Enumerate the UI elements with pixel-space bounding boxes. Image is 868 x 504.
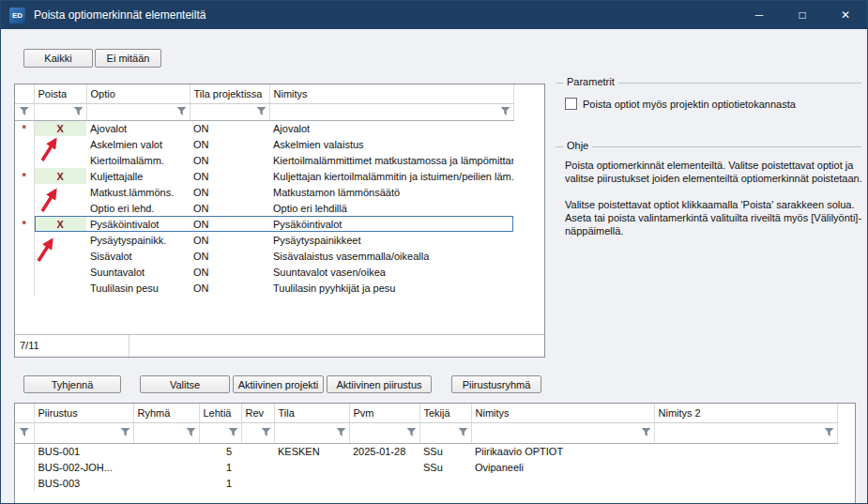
lehtia-cell[interactable]: 1 [199, 475, 241, 491]
nimitys-cell[interactable]: Pysäytyspainikkeet [269, 232, 513, 248]
tekija-cell[interactable]: SSu [419, 459, 471, 475]
maximize-button[interactable]: □ [781, 1, 824, 29]
tila-cell[interactable]: ON [190, 136, 269, 152]
options-row[interactable]: Kiertoilmalämm. ON Kiertoilmalämmittimet… [15, 152, 513, 168]
nimitys2-cell[interactable] [654, 459, 837, 475]
piirustus-cell[interactable]: BUS-003 [34, 475, 133, 491]
active-drawing-button[interactable]: Aktiivinen piirustus [327, 375, 432, 393]
nimitys-cell[interactable]: Optio eri lehdillä [269, 200, 513, 216]
optio-cell[interactable]: Pysäköintivalot [86, 216, 190, 232]
ryhma-cell[interactable] [133, 475, 199, 491]
options-row[interactable]: Tuulilasin pesu ON Tuulilasin pyyhkijät … [15, 280, 513, 296]
tekija-cell[interactable] [419, 475, 471, 491]
column-header-tekija[interactable]: Tekijä [419, 404, 471, 422]
column-header-nimitys[interactable]: Nimitys [269, 84, 513, 103]
column-header-rev[interactable]: Rev [241, 404, 274, 422]
filter-funnel-icon[interactable] [177, 107, 187, 115]
filter-funnel-icon[interactable] [825, 428, 834, 436]
options-row[interactable]: Matkust.lämmöns. ON Matkustamon lämmönsä… [15, 184, 513, 200]
optio-cell[interactable]: Askelmien valot [86, 136, 190, 152]
row-marker-cell[interactable]: * [15, 216, 34, 232]
pvm-cell[interactable] [349, 459, 419, 475]
filter-cell[interactable] [34, 422, 133, 443]
poista-cell[interactable] [34, 264, 86, 280]
filter-funnel-icon[interactable] [262, 428, 271, 436]
filter-cell[interactable] [419, 422, 471, 443]
column-header-optio[interactable]: Optio [86, 84, 190, 103]
options-row[interactable]: * X Kuljettajalle ON Kuljettajan kiertoi… [15, 168, 513, 184]
row-marker-cell[interactable]: * [15, 168, 34, 184]
poista-cell[interactable]: X [34, 216, 86, 232]
rev-cell[interactable] [241, 443, 274, 459]
filter-cell[interactable] [199, 422, 241, 443]
options-row[interactable]: Suuntavalot ON Suuntavalot vasen/oikea [15, 264, 513, 280]
row-marker-cell[interactable] [15, 459, 34, 475]
filter-funnel-icon[interactable] [229, 428, 238, 436]
tila-cell[interactable]: ON [190, 232, 269, 248]
tila-cell[interactable]: ON [190, 264, 269, 280]
minimize-button[interactable]: ─ [738, 1, 781, 29]
filter-cell[interactable] [654, 422, 837, 443]
rev-cell[interactable] [241, 475, 274, 491]
poista-cell[interactable] [34, 280, 86, 296]
poista-cell[interactable] [34, 184, 86, 200]
optio-cell[interactable]: Sisävalot [86, 248, 190, 264]
filter-funnel-icon[interactable] [121, 428, 130, 436]
filter-cell[interactable] [241, 422, 274, 443]
drawing-row[interactable]: BUS-001 5 KESKEN 2025-01-28 SSu Piirikaa… [15, 443, 837, 459]
options-row[interactable]: Askelmien valot ON Askelmien valaistus [15, 136, 513, 152]
tila-cell[interactable]: ON [190, 280, 269, 296]
tila-cell[interactable] [274, 475, 349, 491]
poista-cell[interactable] [34, 152, 86, 168]
select-none-button[interactable]: Ei mitään [95, 49, 161, 68]
nimitys-cell[interactable]: Piirikaavio OPTIOT [471, 443, 654, 459]
options-row[interactable]: Optio eri lehd. ON Optio eri lehdillä [15, 200, 513, 216]
filter-cell[interactable] [274, 422, 349, 443]
poista-cell[interactable] [34, 232, 86, 248]
filter-funnel-icon[interactable] [501, 107, 510, 115]
corner-header[interactable] [15, 84, 34, 103]
nimitys-cell[interactable]: Pysäköintivalot [269, 216, 513, 232]
nimitys-cell[interactable]: Sisävalaistus vasemmalla/oikealla [269, 248, 513, 264]
row-marker-cell[interactable] [15, 152, 34, 168]
column-header-nimitys2[interactable]: Nimitys 2 [654, 404, 837, 422]
filter-funnel-icon[interactable] [74, 107, 84, 115]
poista-cell[interactable]: X [34, 168, 86, 184]
filter-cell[interactable] [269, 103, 513, 120]
pvm-cell[interactable]: 2025-01-28 [349, 443, 419, 459]
tila-cell[interactable]: ON [190, 152, 269, 168]
row-marker-cell[interactable]: * [15, 120, 34, 136]
row-marker-cell[interactable] [15, 248, 34, 264]
lehtia-cell[interactable]: 1 [199, 459, 241, 475]
ryhma-cell[interactable] [133, 459, 199, 475]
poista-cell[interactable] [34, 248, 86, 264]
row-marker-cell[interactable] [15, 264, 34, 280]
tila-cell[interactable]: ON [190, 184, 269, 200]
filter-cell[interactable] [349, 422, 419, 443]
poista-cell[interactable] [34, 136, 86, 152]
tila-cell[interactable]: ON [190, 168, 269, 184]
column-header-tila-projektissa[interactable]: Tila projektissa [190, 84, 269, 103]
row-marker-cell[interactable] [15, 280, 34, 296]
filter-funnel-icon[interactable] [407, 428, 417, 436]
filter-funnel-icon[interactable] [20, 107, 29, 115]
tila-cell[interactable]: KESKEN [274, 443, 349, 459]
nimitys-cell[interactable] [471, 475, 654, 491]
optio-cell[interactable]: Kiertoilmalämm. [86, 152, 190, 168]
tekija-cell[interactable]: SSu [419, 443, 471, 459]
tila-cell[interactable]: ON [190, 216, 269, 232]
column-header-poista[interactable]: Poista [34, 84, 86, 103]
column-header-nimitys[interactable]: Nimitys [471, 404, 654, 422]
ryhma-cell[interactable] [133, 443, 199, 459]
drawing-group-button[interactable]: Piirustusryhmä [451, 375, 541, 393]
filter-funnel-icon[interactable] [20, 428, 29, 436]
filter-funnel-icon[interactable] [257, 107, 266, 115]
column-header-tila[interactable]: Tila [274, 404, 349, 422]
row-marker-cell[interactable] [15, 232, 34, 248]
tila-cell[interactable]: ON [190, 200, 269, 216]
nimitys-cell[interactable]: Askelmien valaistus [269, 136, 513, 152]
nimitys-cell[interactable]: Ajovalot [269, 120, 513, 136]
filter-cell[interactable] [133, 422, 199, 443]
nimitys-cell[interactable]: Kiertoilmalämmittimet matkustamossa ja l… [269, 152, 513, 168]
optio-cell[interactable]: Optio eri lehd. [86, 200, 190, 216]
